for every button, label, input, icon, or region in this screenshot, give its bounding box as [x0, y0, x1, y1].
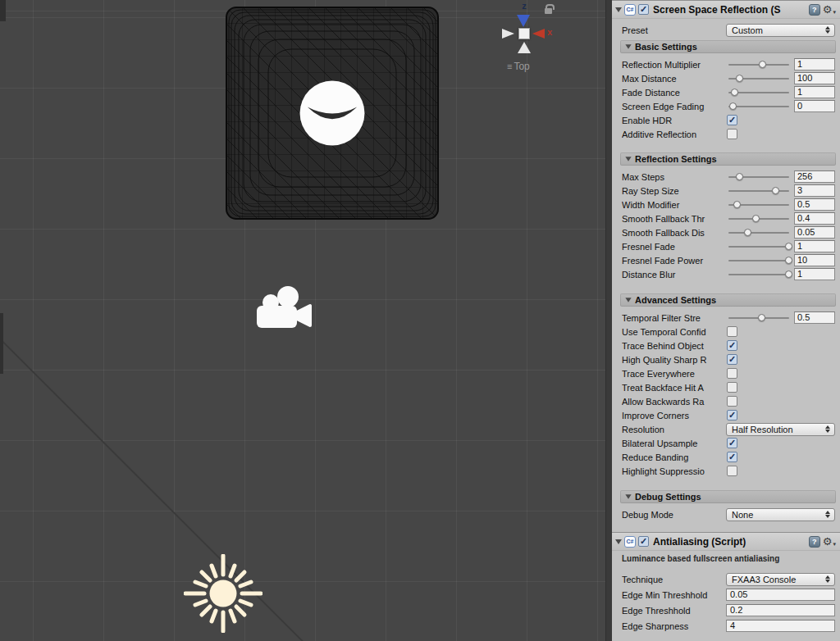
foldout-arrow-icon[interactable] [615, 539, 622, 544]
max-distance-slider[interactable] [728, 72, 789, 84]
fresnel-fade-value-field[interactable]: 1 [794, 240, 835, 252]
bilateral-upsample-row: Bilateral Upsample ✓ [612, 436, 840, 450]
fresnel-fade-power-value-field[interactable]: 10 [794, 254, 835, 266]
enable-hdr-checkbox[interactable]: ✓ [727, 115, 737, 125]
slider-thumb[interactable] [758, 314, 765, 321]
fresnel-fade-power-slider[interactable] [728, 254, 789, 266]
debug-settings-header[interactable]: Debug Settings [620, 490, 836, 503]
slider-thumb[interactable] [736, 75, 743, 82]
resolution-value: Half Resolution [732, 425, 793, 434]
foldout-arrow-icon [625, 298, 631, 302]
gear-icon[interactable]: ⚙ [823, 536, 833, 547]
edge-sharpness-field[interactable]: 4 [726, 620, 835, 632]
high-quality-sharp-reflections-checkbox[interactable]: ✓ [727, 354, 737, 365]
dropdown-arrows-icon [825, 575, 830, 583]
gizmo-center-cube[interactable] [518, 28, 530, 39]
resolution-dropdown[interactable]: Half Resolution [726, 423, 835, 436]
improve-corners-row: Improve Corners ✓ [612, 408, 840, 422]
camera-icon[interactable] [253, 282, 317, 334]
fresnel-fade-row: Fresnel Fade 1 [612, 239, 840, 253]
slider-thumb[interactable] [772, 187, 779, 194]
orientation-gizmo[interactable]: z x ≡ Top [491, 2, 564, 77]
improve-corners-checkbox[interactable]: ✓ [727, 410, 737, 421]
technique-row: Technique FXAA3 Console [612, 571, 840, 587]
slider-thumb[interactable] [785, 243, 792, 250]
slider-thumb[interactable] [744, 229, 751, 236]
panel-splitter[interactable] [605, 0, 612, 641]
advanced-settings-header[interactable]: Advanced Settings [620, 293, 836, 307]
axis-left-cone[interactable] [502, 29, 514, 39]
width-modifier-value-field[interactable]: 0.5 [794, 198, 835, 211]
slider-thumb[interactable] [752, 215, 760, 222]
sun-light-icon[interactable] [184, 554, 262, 633]
slider-thumb[interactable] [733, 201, 741, 208]
ssr-component-header[interactable]: C# ✓ Screen Space Reflection (S ? ⚙ ▾ [612, 0, 840, 19]
distance-blur-value-field[interactable]: 1 [794, 268, 835, 280]
debug-mode-dropdown[interactable]: None [726, 508, 835, 521]
ray-step-size-slider[interactable] [728, 184, 789, 197]
gear-icon[interactable]: ⚙ [823, 4, 833, 15]
technique-dropdown[interactable]: FXAA3 Console [726, 573, 835, 586]
reflection-multiplier-slider[interactable] [728, 58, 789, 70]
reduce-banding-row: Reduce Banding ✓ [612, 450, 840, 464]
max-distance-value-field[interactable]: 100 [794, 72, 835, 84]
trace-behind-objects-checkbox[interactable]: ✓ [727, 340, 737, 351]
smooth-fallback-threshold-slider[interactable] [728, 212, 789, 225]
temporal-filter-strength-value-field[interactable]: 0.5 [794, 311, 835, 324]
ray-step-size-row: Ray Step Size 3 [612, 184, 840, 198]
high-quality-sharp-reflections-row: High Quality Sharp R ✓ [612, 352, 840, 366]
ssr-enabled-checkbox[interactable]: ✓ [638, 4, 649, 15]
width-modifier-row: Width Modifier 0.5 [612, 198, 840, 211]
bilateral-upsample-checkbox[interactable]: ✓ [727, 438, 737, 448]
basic-settings-header[interactable]: Basic Settings [620, 40, 836, 53]
temporal-filter-strength-slider[interactable] [728, 311, 789, 324]
fade-distance-slider[interactable] [728, 86, 789, 98]
edge-threshold-field[interactable]: 0.2 [726, 604, 835, 616]
use-temporal-confidence-checkbox[interactable] [727, 326, 737, 337]
axis-z-cone[interactable] [517, 15, 530, 27]
antialiasing-enabled-checkbox[interactable]: ✓ [638, 536, 649, 547]
slider-thumb[interactable] [736, 173, 743, 180]
screen-edge-fading-slider[interactable] [728, 100, 789, 112]
dropdown-arrows-icon [825, 425, 830, 433]
fresnel-fade-slider[interactable] [728, 240, 789, 252]
axis-down-cone[interactable] [518, 42, 531, 53]
fade-distance-value-field[interactable]: 1 [794, 86, 835, 98]
highlight-suppression-checkbox[interactable] [727, 466, 737, 476]
csharp-script-icon: C# [624, 536, 636, 548]
max-steps-value-field[interactable]: 256 [794, 170, 835, 183]
trace-everywhere-checkbox[interactable] [727, 368, 737, 379]
axis-x-cone[interactable] [532, 29, 545, 39]
additive-reflection-checkbox[interactable] [727, 129, 737, 139]
allow-backwards-rays-checkbox[interactable] [727, 396, 737, 407]
screen-edge-fading-value-field[interactable]: 0 [794, 100, 835, 112]
width-modifier-slider[interactable] [728, 198, 789, 211]
slider-thumb[interactable] [785, 270, 792, 278]
edge-min-threshold-field[interactable]: 0.05 [726, 589, 835, 601]
help-icon[interactable]: ? [809, 536, 820, 548]
preset-dropdown[interactable]: Custom [726, 24, 835, 37]
inspector-panel: C# ✓ Screen Space Reflection (S ? ⚙ ▾ Pr… [612, 0, 840, 641]
scene-view[interactable]: z x ≡ Top [0, 0, 605, 641]
slider-thumb[interactable] [731, 89, 738, 96]
help-icon[interactable]: ? [809, 4, 820, 16]
reflection-settings-header[interactable]: Reflection Settings [620, 152, 836, 166]
lock-icon[interactable] [545, 8, 552, 14]
max-steps-slider[interactable] [728, 170, 789, 183]
smooth-fallback-threshold-value-field[interactable]: 0.4 [794, 212, 835, 225]
distance-blur-slider[interactable] [728, 268, 789, 280]
reduce-banding-checkbox[interactable]: ✓ [727, 452, 737, 462]
view-mode-label[interactable]: ≡ Top [507, 61, 530, 72]
ray-step-size-value-field[interactable]: 3 [794, 184, 835, 197]
slider-thumb[interactable] [759, 61, 766, 68]
light-probe-icon[interactable] [298, 79, 367, 148]
slider-thumb[interactable] [785, 257, 792, 264]
foldout-arrow-icon[interactable] [615, 7, 622, 12]
antialiasing-description: Luminance based fullscreen antialiasing [622, 554, 840, 565]
antialiasing-component-header[interactable]: C# ✓ Antialiasing (Script) ? ⚙ ▾ [612, 532, 840, 551]
slider-thumb[interactable] [729, 102, 737, 110]
treat-backface-hit-checkbox[interactable] [727, 382, 737, 393]
smooth-fallback-distance-value-field[interactable]: 0.05 [794, 226, 835, 239]
reflection-multiplier-value-field[interactable]: 1 [794, 58, 835, 70]
smooth-fallback-distance-slider[interactable] [728, 226, 789, 239]
